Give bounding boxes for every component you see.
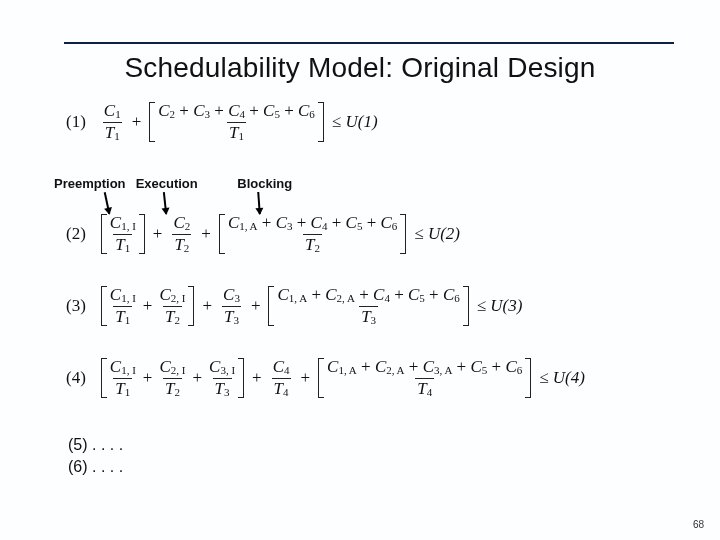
term-labels: Preemption Execution Blocking <box>54 176 292 191</box>
equation-5-ellipsis: (5) . . . . <box>68 436 123 454</box>
bracket-term: C2 + C3 + C4 + C5 + C6 T1 <box>149 102 324 142</box>
page-number: 68 <box>693 519 704 530</box>
equation-4: (4) C1, IT1 + C2, IT2 + C3, IT3 + C4T4 +… <box>66 358 680 398</box>
page-title: Schedulability Model: Original Design <box>0 52 720 84</box>
label-preemption: Preemption <box>54 176 132 191</box>
arrow-icon <box>257 192 261 214</box>
fraction: C1 T1 <box>100 102 125 142</box>
label-blocking: Blocking <box>237 176 292 191</box>
inequality: ≤ U(1) <box>329 112 381 132</box>
header-rule <box>64 42 674 44</box>
arrow-icon <box>104 192 111 214</box>
equation-3: (3) C1, IT1 + C2, IT2 + C3T3 + C1, A + C… <box>66 286 680 326</box>
equation-6-ellipsis: (6) . . . . <box>68 458 123 476</box>
equation-2: (2) C1, I T1 + C2 T2 + C1, A + C3 + C4 +… <box>66 214 680 254</box>
eq-number: (1) <box>66 112 86 132</box>
equation-1: (1) C1 T1 + C2 + C3 + C4 + C5 + C6 T1 ≤ … <box>66 102 680 142</box>
label-execution: Execution <box>136 176 234 191</box>
arrow-icon <box>163 192 167 214</box>
